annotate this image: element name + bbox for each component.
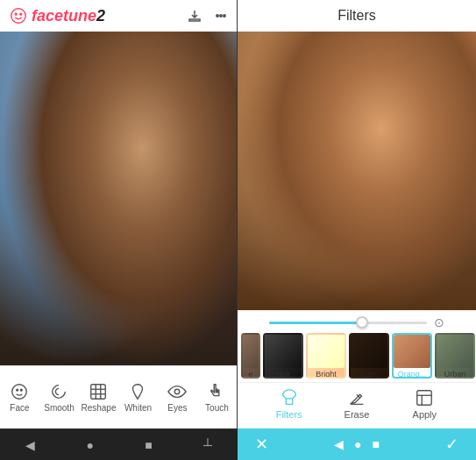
- reshape-icon: [89, 382, 108, 401]
- right-header: Filters: [238, 0, 476, 32]
- svg-point-8: [21, 389, 23, 391]
- svg-point-4: [220, 15, 222, 17]
- filter-thumb-dark[interactable]: Dark: [349, 333, 389, 379]
- apply-action-label: Apply: [413, 409, 437, 420]
- tool-smooth[interactable]: Smooth: [41, 382, 76, 413]
- tool-smooth-label: Smooth: [44, 403, 74, 413]
- bottom-bar: ◀ ● ■ ┴ ✕ ◀ ● ■ ✓: [0, 428, 476, 460]
- more-icon[interactable]: [214, 9, 228, 23]
- svg-rect-9: [91, 385, 106, 400]
- filter-actions: Filters Erase Apply: [238, 382, 476, 425]
- bottom-left-nav: ◀ ● ■ ┴: [0, 428, 238, 460]
- filter-label-dark: Dark: [351, 370, 387, 379]
- filter-thumb-bright[interactable]: Bright: [306, 333, 346, 379]
- filter-thumbnails: e Noir Bright Dark Orang...: [238, 333, 476, 382]
- erase-icon: [347, 388, 366, 407]
- action-filters[interactable]: Filters: [265, 388, 313, 420]
- filter-label-bright: Bright: [308, 370, 345, 379]
- tool-eyes[interactable]: Eyes: [160, 382, 195, 413]
- svg-point-0: [11, 9, 26, 24]
- filter-thumb-partial[interactable]: e: [241, 333, 260, 379]
- left-panel: facetune2: [0, 0, 238, 428]
- bottom-right-nav: ✕ ◀ ● ■ ✓: [238, 428, 476, 460]
- slider-thumb[interactable]: [356, 316, 368, 329]
- square-right-icon[interactable]: ■: [373, 437, 380, 451]
- tool-face[interactable]: Face: [2, 382, 37, 413]
- filters-action-label: Filters: [276, 409, 302, 420]
- left-photo: [0, 32, 237, 365]
- circle-right-icon[interactable]: ●: [354, 437, 361, 451]
- filter-label-urban: Urban: [437, 370, 473, 379]
- tool-reshape[interactable]: Reshape: [81, 382, 116, 413]
- tool-touch-label: Touch: [205, 403, 229, 413]
- tool-touch[interactable]: Touch: [199, 382, 234, 413]
- right-photo: [238, 32, 476, 310]
- svg-point-6: [12, 385, 27, 400]
- cancel-button[interactable]: ✕: [255, 435, 268, 454]
- left-toolbar: Face Smooth Reshape: [0, 365, 237, 428]
- right-panel: Filters ⊙ e: [238, 0, 476, 428]
- svg-point-1: [15, 13, 17, 15]
- header-actions: [188, 9, 228, 23]
- filter-label-noir: Noir: [265, 370, 302, 379]
- filter-strip: ⊙ e Noir Bright Dark: [238, 310, 476, 428]
- back-right-icon[interactable]: ◀: [334, 437, 344, 451]
- menu-nav-icon[interactable]: ┴: [203, 438, 212, 452]
- eyes-icon: [167, 382, 187, 401]
- left-header: facetune2: [0, 0, 237, 32]
- reset-icon[interactable]: ⊙: [434, 315, 444, 329]
- filter-thumb-urban[interactable]: Urban: [435, 333, 475, 379]
- filter-intensity-slider[interactable]: [269, 322, 427, 324]
- tool-reshape-label: Reshape: [81, 403, 116, 413]
- tool-face-label: Face: [10, 403, 29, 413]
- download-icon[interactable]: [188, 9, 202, 23]
- svg-point-7: [17, 389, 18, 391]
- home-nav-icon[interactable]: ●: [86, 438, 93, 452]
- logo: facetune2: [9, 6, 105, 25]
- tool-eyes-label: Eyes: [167, 403, 187, 413]
- svg-point-2: [20, 13, 22, 15]
- svg-point-5: [224, 15, 225, 17]
- svg-rect-15: [417, 391, 432, 406]
- filter-label-partial: e: [243, 370, 259, 379]
- back-nav-icon[interactable]: ◀: [25, 438, 35, 452]
- face-logo-icon: [9, 6, 28, 25]
- face-icon: [10, 382, 29, 401]
- filter-thumb-noir[interactable]: Noir: [263, 333, 303, 379]
- erase-action-label: Erase: [345, 409, 370, 420]
- filters-icon: [280, 388, 299, 407]
- filter-slider-row: ⊙: [238, 315, 476, 333]
- svg-point-14: [175, 389, 181, 394]
- svg-point-3: [217, 15, 218, 17]
- action-apply[interactable]: Apply: [401, 388, 449, 420]
- apply-icon: [415, 388, 434, 407]
- smooth-icon: [49, 382, 68, 401]
- tool-whiten[interactable]: Whiten: [120, 382, 155, 413]
- action-erase[interactable]: Erase: [332, 388, 380, 420]
- whiten-icon: [128, 382, 147, 401]
- touch-icon: [207, 382, 226, 401]
- tool-whiten-label: Whiten: [124, 403, 152, 413]
- nav-dots: ◀ ● ■: [334, 437, 380, 451]
- confirm-button[interactable]: ✓: [445, 435, 458, 454]
- filter-label-orange: Orang...: [394, 370, 430, 379]
- logo-text: facetune2: [32, 7, 105, 25]
- square-nav-icon[interactable]: ■: [145, 438, 152, 452]
- filter-thumb-orange[interactable]: Orang...: [392, 333, 432, 379]
- filters-title: Filters: [337, 8, 376, 24]
